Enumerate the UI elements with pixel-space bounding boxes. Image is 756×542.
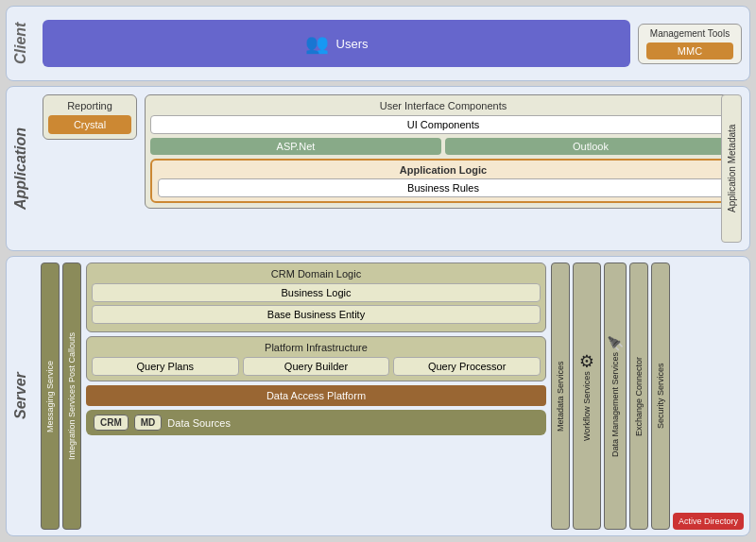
users-label: Users <box>336 37 369 51</box>
application-tier-label: Application <box>7 87 35 250</box>
server-main: CRM Domain Logic Business Logic Base Bus… <box>86 263 546 530</box>
main-container: Client 👥 Users Management Tools MMC Appl… <box>0 0 756 542</box>
active-directory-badge: Active Directory <box>673 513 744 530</box>
management-tools-box: Management Tools MMC <box>638 24 742 64</box>
ui-components-outer: User Interface Components UI Components … <box>145 94 742 209</box>
query-builder-btn: Query Builder <box>243 357 390 376</box>
crystal-box: Crystal <box>48 115 131 134</box>
data-management-icon: 🔌 <box>608 335 623 351</box>
ui-components-title: User Interface Components <box>150 100 736 111</box>
ui-components-inner: UI Components <box>150 115 736 134</box>
business-rules-box: Business Rules <box>158 178 729 197</box>
app-metadata-label: Application Metadata <box>721 94 742 243</box>
application-tier: Application Reporting Crystal User Inter… <box>6 86 750 251</box>
messaging-service-label: Messaging Service <box>41 263 60 530</box>
active-directory-col: Active Directory <box>673 263 744 530</box>
app-logic-title: Application Logic <box>158 164 729 176</box>
users-box: 👥 Users <box>43 20 630 67</box>
data-sources-box: CRM MD Data Sources <box>86 410 546 435</box>
metadata-services-label: Metadata Services <box>551 263 570 530</box>
server-tier-content: Messaging Service Integration Services P… <box>35 257 749 535</box>
users-icon: 👥 <box>305 32 329 55</box>
query-plans-btn: Query Plans <box>92 357 239 376</box>
business-logic-box: Business Logic <box>92 283 541 302</box>
crm-domain-title: CRM Domain Logic <box>92 268 541 279</box>
integration-services-label: Integration Services Post Callouts <box>62 263 81 530</box>
client-tier-label: Client <box>7 7 35 80</box>
security-services-label: Security Services <box>651 263 670 530</box>
reporting-box: Reporting Crystal <box>43 94 137 140</box>
platform-outer: Platform Infrastructure Query Plans Quer… <box>86 336 546 381</box>
crm-db-icon: CRM <box>94 415 129 431</box>
server-left-labels: Messaging Service Integration Services P… <box>41 263 81 530</box>
asp-net-btn: ASP.Net <box>150 138 441 155</box>
ui-row: ASP.Net Outlook <box>150 138 736 155</box>
outlook-btn: Outlook <box>445 138 736 155</box>
platform-title: Platform Infrastructure <box>92 342 541 353</box>
query-processor-btn: Query Processor <box>393 357 541 376</box>
workflow-icon: ⚙ <box>576 351 597 371</box>
server-right-labels: Metadata Services Workflow Services ⚙ Da… <box>551 263 744 530</box>
server-tier: Server Messaging Service Integration Ser… <box>6 256 750 536</box>
exchange-connector-label: Exchange Connector <box>629 263 648 530</box>
management-tools-label: Management Tools <box>646 28 733 39</box>
server-tier-label: Server <box>7 257 35 535</box>
client-tier-content: 👥 Users Management Tools MMC <box>35 7 749 80</box>
data-management-services-label: Data Management Services 🔌 <box>604 263 627 530</box>
base-business-entity-box: Base Business Entity <box>92 305 541 324</box>
platform-row: Query Plans Query Builder Query Processo… <box>92 357 541 376</box>
md-db-icon: MD <box>134 415 163 431</box>
crm-domain-outer: CRM Domain Logic Business Logic Base Bus… <box>86 263 546 332</box>
app-logic-wrapper: Application Logic Business Rules <box>150 159 736 203</box>
mmc-box: MMC <box>646 42 733 59</box>
data-sources-label: Data Sources <box>167 417 231 429</box>
client-tier: Client 👥 Users Management Tools MMC <box>6 6 750 81</box>
data-access-bar: Data Access Platform <box>86 385 546 406</box>
app-tier-content: Reporting Crystal User Interface Compone… <box>35 87 749 250</box>
workflow-services-label: Workflow Services ⚙ <box>573 263 601 530</box>
reporting-title: Reporting <box>48 100 131 111</box>
